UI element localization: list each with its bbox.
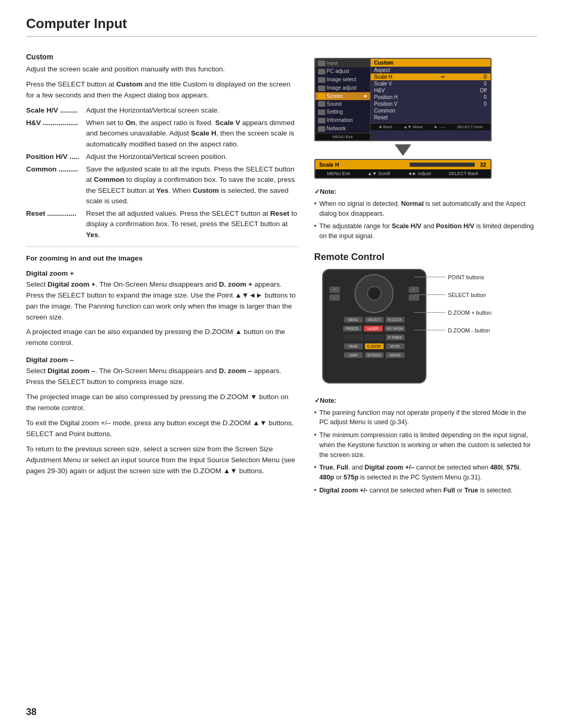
note-box-1: ✓Note: When no signal is detected, Norma… xyxy=(314,187,537,241)
left-column: Custom Adjust the screen scale and posit… xyxy=(26,53,299,499)
digital-zoom-plus-heading: Digital zoom + xyxy=(26,269,299,277)
remote-heading: Remote Control xyxy=(314,252,537,263)
checkmark2-icon: ✓ xyxy=(314,397,320,404)
remote-row-4: PAGE D.ZOOM MUTE xyxy=(323,342,425,351)
page-container: Computer Input Custom Adjust the screen … xyxy=(0,0,563,520)
scale-bar-track xyxy=(344,163,474,167)
right-column: Input PC adjust Image select Image adjus… xyxy=(314,53,537,499)
remote-btn-mute[interactable]: MUTE xyxy=(386,343,405,349)
note2-title: ✓Note: xyxy=(314,396,537,406)
remote-label-dzoom-plus: D.ZOOM + button xyxy=(414,310,491,316)
remote-nav-circle[interactable] xyxy=(354,274,394,313)
def-scale-hv: Scale H/V ......... Adjust the Horizonta… xyxy=(26,105,299,116)
custom-intro: Adjust the screen scale and position man… xyxy=(26,64,299,75)
remote-btn-screen[interactable]: SCREEN xyxy=(365,352,384,358)
remote-label-dzoom-plus-text: D.ZOOM + button xyxy=(448,310,491,316)
note-box-2: ✓Note: The panning function may not oper… xyxy=(314,396,537,496)
menu-item-network: Network xyxy=(315,125,370,133)
scale-bar: Scale H 32 xyxy=(315,160,491,169)
note1-item2: The adjustable range for Scale H/V and P… xyxy=(314,221,537,241)
menu-item-sound: Sound xyxy=(315,100,370,108)
menu-item-setting: Setting xyxy=(315,108,370,116)
remote-label-dzoom-minus-text: D.ZOOM - button xyxy=(448,327,490,334)
note1-item1: When no signal is detected, Normal is se… xyxy=(314,199,537,219)
remote-vol-up[interactable]: + xyxy=(329,287,340,293)
digital-zoom-minus-text3: To exit the Digital zoom +/– mode, press… xyxy=(26,418,299,440)
digital-zoom-minus-text2: The projected image can be also compress… xyxy=(26,392,299,414)
remote-row-5: LAMP SCREEN IMAGE xyxy=(323,351,425,360)
digital-zoom-minus-heading: Digital zoom – xyxy=(26,356,299,364)
menu-item-input: Input xyxy=(315,59,370,67)
panel-row-hv: H&VOff xyxy=(371,87,491,94)
menu-screen: Input PC adjust Image select Image adjus… xyxy=(314,58,492,141)
remote-nav-center[interactable] xyxy=(367,286,382,301)
def-common: Common .......... Save the adjusted scal… xyxy=(26,164,299,206)
panel-row-scalev: Scale V0 xyxy=(371,80,491,87)
remote-row-3: P-TIMER xyxy=(323,333,425,342)
scale-bottom-bar: MENU Exit ▲▼ Scroll ◄► Adjust SELECT Bac… xyxy=(315,169,491,178)
remote-btn-page[interactable]: PAGE xyxy=(344,343,363,349)
scale-back: SELECT Back xyxy=(448,171,478,176)
panel-row-scaleh: Scale H↵0 xyxy=(371,73,491,80)
menu-item-imageselect: Image select xyxy=(315,76,370,84)
scale-exit: MENU Exit xyxy=(327,171,350,176)
remote-btn-image[interactable]: IMAGE xyxy=(386,352,405,358)
scale-adjust: ◄► Adjust xyxy=(408,171,431,176)
panel-row-reset: Reset xyxy=(371,114,491,121)
custom-heading: Custom xyxy=(26,53,299,61)
zoom-heading: For zooming in and out the images xyxy=(26,254,299,262)
scale-bar-fill xyxy=(344,163,409,167)
arrow-down-icon xyxy=(395,144,411,156)
remote-btn-ptimer[interactable]: P-TIMER xyxy=(386,335,405,340)
def-reset: Reset ............... Reset the all adju… xyxy=(26,208,299,240)
scale-label: Scale H xyxy=(320,162,339,168)
menu-item-screen[interactable]: Screen ◄ xyxy=(315,92,370,100)
menu-left-panel: Input PC adjust Image select Image adjus… xyxy=(314,58,371,141)
panel-row-common: Common xyxy=(371,107,491,114)
panel-row-aspect: Aspect xyxy=(371,67,491,73)
scale-scroll: ▲▼ Scroll xyxy=(368,171,390,176)
remote-label-dzoom-minus: D.ZOOM - button xyxy=(414,327,491,334)
remote-label-select-text: SELECT button xyxy=(448,292,486,298)
menu-item-information: Information xyxy=(315,116,370,125)
remote-btn-select[interactable]: SELECT xyxy=(365,317,384,323)
scale-value: 32 xyxy=(480,162,486,168)
menu-bottom-right: ◄ Back ▲▼ Move ► ----- SELECT Next xyxy=(371,123,491,130)
remote-diagram: + - + - xyxy=(314,269,492,389)
remote-row-1: MENU SELECT R-CLICK xyxy=(323,315,425,324)
arrow-down-container xyxy=(314,144,492,156)
custom-press-text: Press the SELECT button at Custom and th… xyxy=(26,79,299,101)
remote-vol-down[interactable]: - xyxy=(329,294,340,301)
remote-section: Remote Control + - xyxy=(314,252,537,496)
remote-btn-dzoom[interactable]: D.ZOOM xyxy=(365,343,384,349)
def-position-hv: Position H/V ..... Adjust the Horizontal… xyxy=(26,152,299,162)
remote-label-point-text: POINT buttons xyxy=(448,274,484,280)
remote-body: + - + - xyxy=(322,269,426,384)
scale-screen: Scale H 32 MENU Exit ▲▼ Scroll ◄► Adjust… xyxy=(314,159,492,179)
checkmark-icon: ✓ xyxy=(314,188,320,195)
page-number: 38 xyxy=(26,707,36,718)
remote-btn-menu[interactable]: MENU xyxy=(344,317,363,323)
menu-item-imageadjust: Image adjust xyxy=(315,84,370,92)
section-divider-1 xyxy=(26,246,299,247)
note2-item2: The minimum compression ratio is limited… xyxy=(314,430,537,460)
remote-btn-noshow[interactable]: NO SHOW xyxy=(385,326,406,331)
menu-screen-container: Input PC adjust Image select Image adjus… xyxy=(314,58,537,179)
remote-btn-rclick[interactable]: R-CLICK xyxy=(386,317,405,323)
zoom-section: For zooming in and out the images Digita… xyxy=(26,254,299,477)
remote-btn-lamp[interactable]: LAMP xyxy=(344,352,363,358)
page-title: Computer Input xyxy=(26,16,537,32)
menu-item-pcadjust: PC adjust xyxy=(315,67,370,76)
note2-item4: Digital zoom +/- cannot be selected when… xyxy=(314,486,537,496)
remote-btn-laser[interactable]: LASER xyxy=(364,326,383,331)
note1-title: ✓Note: xyxy=(314,187,537,197)
def-hv: H&V .................. When set to On, t… xyxy=(26,118,299,150)
remote-labels: POINT buttons SELECT button D.ZOOM + but… xyxy=(414,274,491,334)
remote-label-select: SELECT button xyxy=(414,292,491,298)
panel-title: Custom xyxy=(371,59,491,67)
remote-btn-freeze[interactable]: FREEZE xyxy=(343,326,362,331)
page-header: Computer Input xyxy=(26,16,537,37)
remote-top-row: + - + - xyxy=(323,270,425,315)
note2-item1: The panning function may not operate pro… xyxy=(314,408,537,428)
custom-section: Custom Adjust the screen scale and posit… xyxy=(26,53,299,240)
